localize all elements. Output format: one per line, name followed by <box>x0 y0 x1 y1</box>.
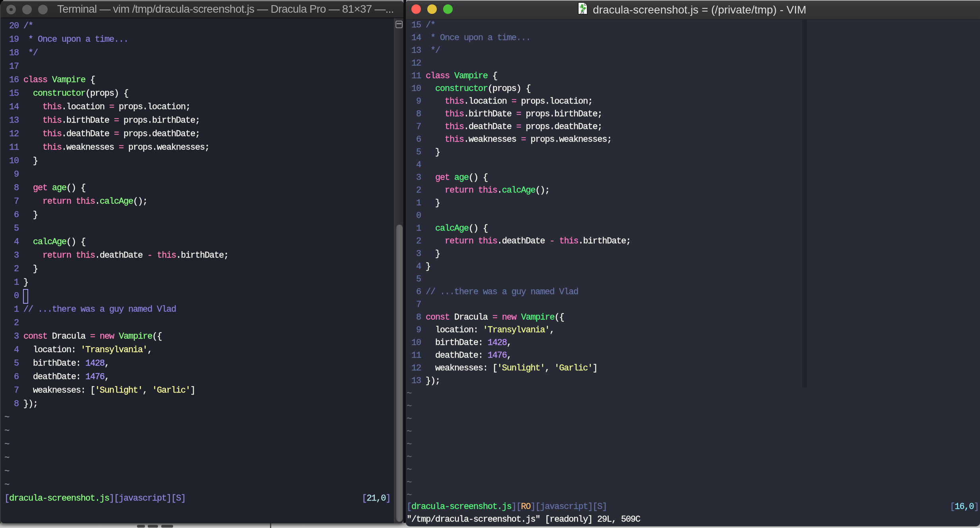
svg-text:JS: JS <box>580 11 584 15</box>
